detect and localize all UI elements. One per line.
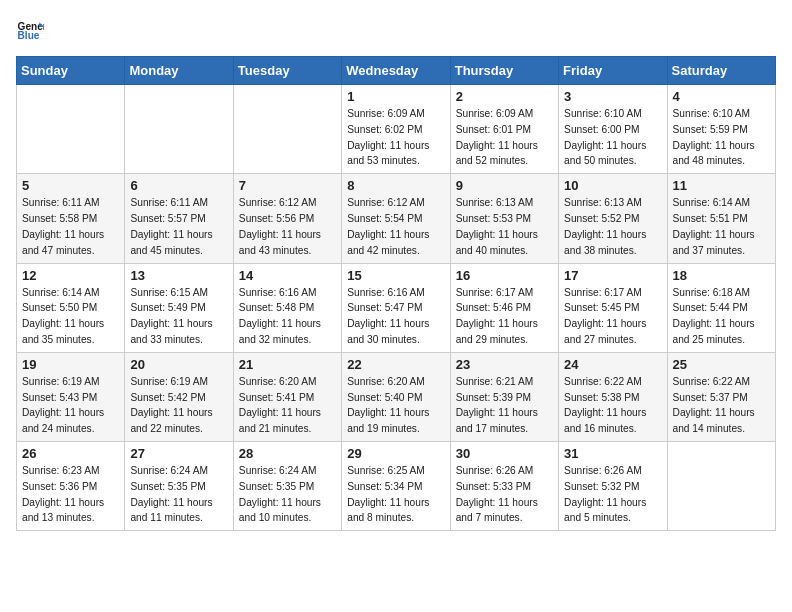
day-number: 24: [564, 357, 661, 372]
day-detail: Sunrise: 6:09 AMSunset: 6:01 PMDaylight:…: [456, 106, 553, 169]
day-detail: Sunrise: 6:22 AMSunset: 5:37 PMDaylight:…: [673, 374, 770, 437]
calendar-cell: 5Sunrise: 6:11 AMSunset: 5:58 PMDaylight…: [17, 174, 125, 263]
calendar-cell: 24Sunrise: 6:22 AMSunset: 5:38 PMDayligh…: [559, 352, 667, 441]
calendar-cell: 2Sunrise: 6:09 AMSunset: 6:01 PMDaylight…: [450, 85, 558, 174]
calendar-cell: [17, 85, 125, 174]
calendar-cell: 23Sunrise: 6:21 AMSunset: 5:39 PMDayligh…: [450, 352, 558, 441]
day-number: 17: [564, 268, 661, 283]
day-detail: Sunrise: 6:13 AMSunset: 5:53 PMDaylight:…: [456, 195, 553, 258]
calendar-cell: 9Sunrise: 6:13 AMSunset: 5:53 PMDaylight…: [450, 174, 558, 263]
day-number: 20: [130, 357, 227, 372]
day-number: 5: [22, 178, 119, 193]
calendar-cell: 26Sunrise: 6:23 AMSunset: 5:36 PMDayligh…: [17, 442, 125, 531]
calendar-week-row: 5Sunrise: 6:11 AMSunset: 5:58 PMDaylight…: [17, 174, 776, 263]
day-number: 3: [564, 89, 661, 104]
calendar-cell: 28Sunrise: 6:24 AMSunset: 5:35 PMDayligh…: [233, 442, 341, 531]
day-detail: Sunrise: 6:15 AMSunset: 5:49 PMDaylight:…: [130, 285, 227, 348]
day-detail: Sunrise: 6:22 AMSunset: 5:38 PMDaylight:…: [564, 374, 661, 437]
calendar-cell: 4Sunrise: 6:10 AMSunset: 5:59 PMDaylight…: [667, 85, 775, 174]
day-detail: Sunrise: 6:18 AMSunset: 5:44 PMDaylight:…: [673, 285, 770, 348]
calendar-week-row: 26Sunrise: 6:23 AMSunset: 5:36 PMDayligh…: [17, 442, 776, 531]
calendar-cell: 18Sunrise: 6:18 AMSunset: 5:44 PMDayligh…: [667, 263, 775, 352]
day-number: 14: [239, 268, 336, 283]
day-number: 11: [673, 178, 770, 193]
day-detail: Sunrise: 6:12 AMSunset: 5:54 PMDaylight:…: [347, 195, 444, 258]
day-number: 7: [239, 178, 336, 193]
day-detail: Sunrise: 6:19 AMSunset: 5:42 PMDaylight:…: [130, 374, 227, 437]
day-detail: Sunrise: 6:14 AMSunset: 5:51 PMDaylight:…: [673, 195, 770, 258]
calendar-cell: 1Sunrise: 6:09 AMSunset: 6:02 PMDaylight…: [342, 85, 450, 174]
day-number: 29: [347, 446, 444, 461]
calendar-cell: 22Sunrise: 6:20 AMSunset: 5:40 PMDayligh…: [342, 352, 450, 441]
calendar-cell: [125, 85, 233, 174]
logo-icon: General Blue: [16, 16, 44, 44]
calendar-cell: 8Sunrise: 6:12 AMSunset: 5:54 PMDaylight…: [342, 174, 450, 263]
calendar-week-row: 12Sunrise: 6:14 AMSunset: 5:50 PMDayligh…: [17, 263, 776, 352]
day-number: 9: [456, 178, 553, 193]
page-header: General Blue: [16, 16, 776, 44]
col-header-tuesday: Tuesday: [233, 57, 341, 85]
day-number: 13: [130, 268, 227, 283]
svg-text:Blue: Blue: [18, 30, 40, 41]
day-number: 4: [673, 89, 770, 104]
col-header-monday: Monday: [125, 57, 233, 85]
day-detail: Sunrise: 6:16 AMSunset: 5:48 PMDaylight:…: [239, 285, 336, 348]
day-detail: Sunrise: 6:16 AMSunset: 5:47 PMDaylight:…: [347, 285, 444, 348]
calendar-cell: 3Sunrise: 6:10 AMSunset: 6:00 PMDaylight…: [559, 85, 667, 174]
col-header-thursday: Thursday: [450, 57, 558, 85]
calendar-cell: 17Sunrise: 6:17 AMSunset: 5:45 PMDayligh…: [559, 263, 667, 352]
day-number: 25: [673, 357, 770, 372]
day-detail: Sunrise: 6:09 AMSunset: 6:02 PMDaylight:…: [347, 106, 444, 169]
day-number: 23: [456, 357, 553, 372]
day-detail: Sunrise: 6:25 AMSunset: 5:34 PMDaylight:…: [347, 463, 444, 526]
day-detail: Sunrise: 6:24 AMSunset: 5:35 PMDaylight:…: [239, 463, 336, 526]
day-number: 21: [239, 357, 336, 372]
day-detail: Sunrise: 6:20 AMSunset: 5:40 PMDaylight:…: [347, 374, 444, 437]
calendar-cell: 20Sunrise: 6:19 AMSunset: 5:42 PMDayligh…: [125, 352, 233, 441]
calendar-cell: 15Sunrise: 6:16 AMSunset: 5:47 PMDayligh…: [342, 263, 450, 352]
day-detail: Sunrise: 6:17 AMSunset: 5:46 PMDaylight:…: [456, 285, 553, 348]
day-detail: Sunrise: 6:13 AMSunset: 5:52 PMDaylight:…: [564, 195, 661, 258]
logo: General Blue: [16, 16, 44, 44]
calendar-cell: 29Sunrise: 6:25 AMSunset: 5:34 PMDayligh…: [342, 442, 450, 531]
day-detail: Sunrise: 6:14 AMSunset: 5:50 PMDaylight:…: [22, 285, 119, 348]
day-number: 19: [22, 357, 119, 372]
calendar-cell: [667, 442, 775, 531]
day-number: 2: [456, 89, 553, 104]
day-detail: Sunrise: 6:11 AMSunset: 5:58 PMDaylight:…: [22, 195, 119, 258]
calendar-cell: 13Sunrise: 6:15 AMSunset: 5:49 PMDayligh…: [125, 263, 233, 352]
day-detail: Sunrise: 6:26 AMSunset: 5:32 PMDaylight:…: [564, 463, 661, 526]
day-number: 16: [456, 268, 553, 283]
calendar-cell: 7Sunrise: 6:12 AMSunset: 5:56 PMDaylight…: [233, 174, 341, 263]
calendar-table: SundayMondayTuesdayWednesdayThursdayFrid…: [16, 56, 776, 531]
day-number: 10: [564, 178, 661, 193]
calendar-header-row: SundayMondayTuesdayWednesdayThursdayFrid…: [17, 57, 776, 85]
calendar-cell: [233, 85, 341, 174]
col-header-sunday: Sunday: [17, 57, 125, 85]
calendar-cell: 27Sunrise: 6:24 AMSunset: 5:35 PMDayligh…: [125, 442, 233, 531]
day-detail: Sunrise: 6:17 AMSunset: 5:45 PMDaylight:…: [564, 285, 661, 348]
calendar-cell: 25Sunrise: 6:22 AMSunset: 5:37 PMDayligh…: [667, 352, 775, 441]
day-detail: Sunrise: 6:11 AMSunset: 5:57 PMDaylight:…: [130, 195, 227, 258]
day-detail: Sunrise: 6:26 AMSunset: 5:33 PMDaylight:…: [456, 463, 553, 526]
day-number: 26: [22, 446, 119, 461]
calendar-cell: 19Sunrise: 6:19 AMSunset: 5:43 PMDayligh…: [17, 352, 125, 441]
day-number: 15: [347, 268, 444, 283]
day-detail: Sunrise: 6:23 AMSunset: 5:36 PMDaylight:…: [22, 463, 119, 526]
day-detail: Sunrise: 6:10 AMSunset: 5:59 PMDaylight:…: [673, 106, 770, 169]
day-number: 12: [22, 268, 119, 283]
calendar-cell: 10Sunrise: 6:13 AMSunset: 5:52 PMDayligh…: [559, 174, 667, 263]
calendar-week-row: 19Sunrise: 6:19 AMSunset: 5:43 PMDayligh…: [17, 352, 776, 441]
col-header-friday: Friday: [559, 57, 667, 85]
col-header-wednesday: Wednesday: [342, 57, 450, 85]
calendar-week-row: 1Sunrise: 6:09 AMSunset: 6:02 PMDaylight…: [17, 85, 776, 174]
day-number: 1: [347, 89, 444, 104]
day-detail: Sunrise: 6:24 AMSunset: 5:35 PMDaylight:…: [130, 463, 227, 526]
calendar-cell: 11Sunrise: 6:14 AMSunset: 5:51 PMDayligh…: [667, 174, 775, 263]
day-detail: Sunrise: 6:19 AMSunset: 5:43 PMDaylight:…: [22, 374, 119, 437]
day-number: 6: [130, 178, 227, 193]
day-number: 31: [564, 446, 661, 461]
day-detail: Sunrise: 6:21 AMSunset: 5:39 PMDaylight:…: [456, 374, 553, 437]
day-number: 22: [347, 357, 444, 372]
calendar-cell: 21Sunrise: 6:20 AMSunset: 5:41 PMDayligh…: [233, 352, 341, 441]
